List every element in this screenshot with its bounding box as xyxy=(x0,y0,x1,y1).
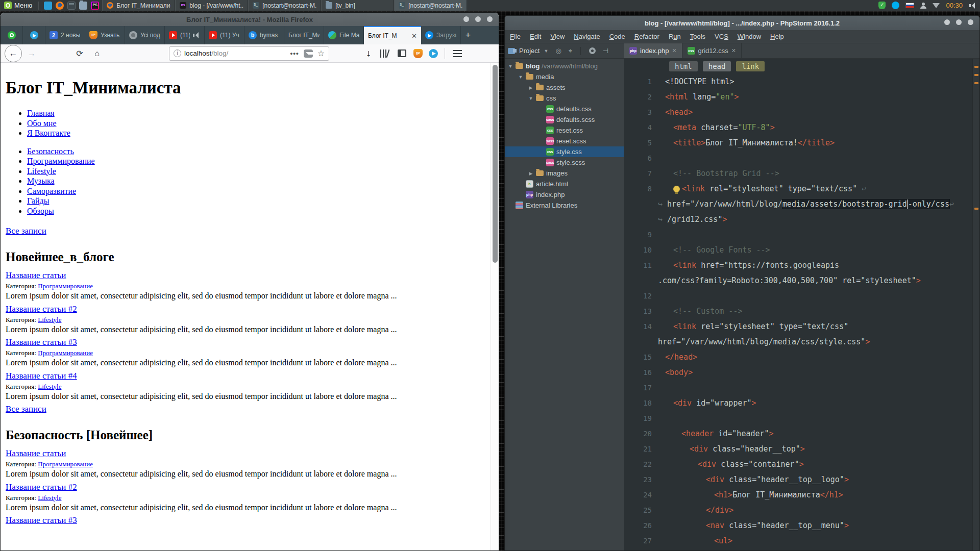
page-link[interactable]: Саморазвитие xyxy=(27,187,76,195)
tab[interactable]: (11) Уч xyxy=(205,26,244,44)
menu-hamburger-icon[interactable] xyxy=(453,50,462,57)
editor-tab[interactable]: phpindex.php✕ xyxy=(624,43,682,58)
new-tab-button[interactable]: + xyxy=(461,26,475,44)
code-line[interactable]: 16<body> xyxy=(624,365,979,380)
volume-icon[interactable] xyxy=(969,3,976,9)
taskbar-window-button[interactable]: blog - [/var/www/ht... xyxy=(175,0,248,11)
code-line[interactable]: 22<div class="container"> xyxy=(624,457,979,472)
category-link[interactable]: Программирование xyxy=(38,282,93,290)
terminal-launcher-icon[interactable] xyxy=(67,2,76,10)
menu-tools[interactable]: Tools xyxy=(690,33,705,40)
tree-expand-icon[interactable]: ▶ xyxy=(528,171,533,176)
downloads-icon[interactable]: ⭣ xyxy=(362,46,375,61)
code-wrap-line[interactable]: ↪ href="/var/www/html/blog/media/assets/… xyxy=(624,196,979,212)
gear-icon[interactable] xyxy=(589,47,596,54)
post-title-link[interactable]: Название статьи #3 xyxy=(6,337,77,347)
code-line[interactable]: 12 xyxy=(624,288,979,304)
code-line[interactable]: 8<link rel="stylesheet" type="text/css" … xyxy=(624,181,979,196)
library-icon[interactable] xyxy=(380,49,389,58)
taskbar-window-button[interactable]: [tv_bin] xyxy=(321,0,394,11)
url-bar[interactable]: i localhost/blog/ ••• ☆ xyxy=(169,46,329,61)
code-line[interactable]: 11<link href="https://fonts.googleapis xyxy=(624,258,979,273)
tab-close-icon[interactable]: ✕ xyxy=(411,32,417,40)
telegram-extension-icon[interactable] xyxy=(429,49,438,58)
category-link[interactable]: Lifestyle xyxy=(38,383,61,390)
locate-file-icon[interactable]: ◎ xyxy=(555,47,561,55)
editor-tab[interactable]: cssgrid12.css✕ xyxy=(682,43,742,58)
breadcrumb-link[interactable]: link xyxy=(736,61,765,71)
bookmark-star-icon[interactable]: ☆ xyxy=(317,48,325,58)
page-link[interactable]: Я Вконтакте xyxy=(27,129,70,137)
tab[interactable]: (11) xyxy=(165,26,205,44)
menu-view[interactable]: View xyxy=(550,33,565,40)
code-line[interactable]: 13<!-- Custom --> xyxy=(624,304,979,319)
page-link[interactable]: Музыка xyxy=(27,177,55,185)
code-line[interactable]: 26<nav class="header__top__menu"> xyxy=(624,518,979,533)
code-line[interactable]: 24<h1>Блог IT_Минималиста</h1> xyxy=(624,487,979,503)
code-line[interactable]: 25</div> xyxy=(624,503,979,518)
tree-item-reset.css[interactable]: cssreset.css xyxy=(505,125,624,136)
post-title-link[interactable]: Название статьи xyxy=(6,270,66,280)
code-line[interactable]: 6 xyxy=(624,151,979,166)
tree-item-blog[interactable]: ▼blog /var/www/html/blog xyxy=(505,61,624,71)
warning-mark[interactable] xyxy=(974,66,978,68)
code-line[interactable]: 1<!DOCTYPE html> xyxy=(624,74,979,89)
code-line[interactable]: 4<meta charset="UTF-8"> xyxy=(624,120,979,135)
code-wrap-line[interactable]: href="/var/www/html/blog/media/css/style… xyxy=(624,334,979,349)
post-title-link[interactable]: Название статьи xyxy=(6,448,66,458)
menu-file[interactable]: File xyxy=(510,33,521,40)
site-info-icon[interactable]: i xyxy=(174,49,181,57)
menu-vcs[interactable]: VCS xyxy=(715,33,728,40)
firefox-launcher-icon[interactable] xyxy=(56,2,64,10)
post-title-link[interactable]: Название статьи #2 xyxy=(6,482,77,492)
warning-mark[interactable] xyxy=(974,74,978,76)
tree-item-article.html[interactable]: harticle.html xyxy=(505,179,624,189)
tree-item-css[interactable]: ▼css xyxy=(505,93,624,104)
page-link[interactable]: Главная xyxy=(27,109,55,117)
all-posts-link[interactable]: Все записи xyxy=(6,404,46,414)
tree-item-style.scss[interactable]: sassstyle.scss xyxy=(505,157,624,168)
breadcrumb-head[interactable]: head xyxy=(703,61,731,71)
phpstorm-titlebar[interactable]: blog - [/var/www/html/blog] - .../index.… xyxy=(505,16,979,30)
chevron-down-icon[interactable]: ▼ xyxy=(544,48,548,54)
page-link[interactable]: Программирование xyxy=(27,157,95,165)
code-line[interactable]: 20<header id="header"> xyxy=(624,426,979,441)
error-stripe[interactable] xyxy=(972,59,979,551)
files-launcher-icon[interactable] xyxy=(79,2,87,10)
tab[interactable]: Узнать xyxy=(85,26,125,44)
show-desktop-icon[interactable] xyxy=(44,2,52,10)
reload-button[interactable]: ⟳ xyxy=(72,46,87,61)
menu-run[interactable]: Run xyxy=(669,33,681,40)
code-wrap-line[interactable]: ↪ /grid12.css"> xyxy=(624,212,979,227)
tree-expand-icon[interactable]: ▼ xyxy=(518,74,523,80)
start-menu-button[interactable]: Меню xyxy=(0,0,36,11)
home-button[interactable]: ⌂ xyxy=(89,46,105,61)
phpstorm-launcher-icon[interactable] xyxy=(91,2,99,10)
page-link[interactable]: Lifestyle xyxy=(27,167,56,176)
back-button[interactable]: ← xyxy=(5,45,22,62)
category-link[interactable]: Lifestyle xyxy=(38,494,61,502)
tree-item-style.css[interactable]: cssstyle.css xyxy=(505,146,624,157)
taskbar-window-button[interactable]: [nostart@nostart-M... xyxy=(394,0,467,11)
taskbar-window-button[interactable]: Блог IT_Минималис... xyxy=(102,0,175,11)
tab[interactable]: Блог IT_Ми xyxy=(284,26,324,44)
code-area[interactable]: 1<!DOCTYPE html>2<html lang="en">3<head>… xyxy=(624,74,979,548)
project-selector[interactable]: Project xyxy=(519,47,540,55)
code-line[interactable]: 3<head> xyxy=(624,105,979,120)
code-line[interactable]: 19 xyxy=(624,411,979,426)
menu-code[interactable]: Code xyxy=(609,33,625,40)
tab[interactable] xyxy=(23,26,45,44)
code-line[interactable]: 17 xyxy=(624,380,979,395)
tree-item-index.php[interactable]: phpindex.php xyxy=(505,189,624,200)
page-link[interactable]: Безопасность xyxy=(27,147,74,156)
tab[interactable]: Загрузи xyxy=(421,26,461,44)
taskbar-window-button[interactable]: [nostart@nostart-M... xyxy=(248,0,321,11)
code-line[interactable]: 21<div class="header__top"> xyxy=(624,441,979,457)
warning-mark[interactable] xyxy=(974,208,978,210)
code-line[interactable]: 27<ul> xyxy=(624,533,979,548)
tree-item-defaults.css[interactable]: cssdefaults.css xyxy=(505,104,624,114)
collapse-all-icon[interactable]: ⊣ xyxy=(603,47,608,55)
tab[interactable]: 2 новы xyxy=(45,26,85,44)
firefox-window-controls[interactable] xyxy=(463,16,493,22)
breadcrumb-html[interactable]: html xyxy=(669,61,698,71)
